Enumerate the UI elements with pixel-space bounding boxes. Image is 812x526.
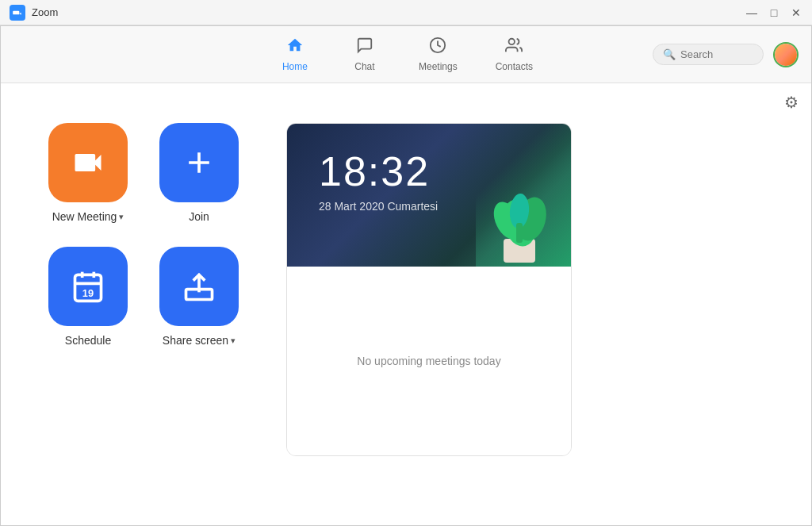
clock-panel: 18:32 28 Mart 2020 Cumartesi No upcoming… <box>286 123 572 456</box>
titlebar-left: Zoom <box>10 5 58 21</box>
navbar-nav: Home Chat Meetings Cont <box>263 30 549 79</box>
share-screen-label: Share screen ▾ <box>163 334 236 347</box>
schedule-button[interactable]: 19 <box>48 247 128 326</box>
share-screen-dropdown-arrow: ▾ <box>231 336 236 346</box>
search-bar[interactable]: 🔍 <box>653 44 764 65</box>
avatar[interactable] <box>773 42 799 67</box>
new-meeting-button[interactable] <box>48 123 128 202</box>
share-screen-item: Share screen ▾ <box>159 247 239 347</box>
main-content: ⚙ New Meeting ▾ <box>1 83 811 525</box>
maximize-button[interactable]: □ <box>768 6 780 19</box>
zoom-logo <box>10 5 25 21</box>
settings-button[interactable]: ⚙ <box>784 93 799 112</box>
nav-item-meetings[interactable]: Meetings <box>403 30 473 79</box>
app-window: Home Chat Meetings Cont <box>0 25 812 526</box>
svg-rect-14 <box>516 223 523 243</box>
clock-icon <box>429 36 446 58</box>
app-title: Zoom <box>32 6 58 18</box>
chat-icon <box>356 36 373 58</box>
join-label: Join <box>189 210 209 223</box>
close-button[interactable]: ✕ <box>790 6 802 19</box>
svg-point-1 <box>509 39 515 44</box>
nav-item-home[interactable]: Home <box>263 30 327 79</box>
nav-label-contacts: Contacts <box>496 61 533 72</box>
nav-item-chat[interactable]: Chat <box>333 30 396 79</box>
nav-label-chat: Chat <box>354 61 374 72</box>
calendar-icon: 19 <box>71 269 105 304</box>
share-screen-icon <box>182 269 216 304</box>
new-meeting-label: New Meeting ▾ <box>52 210 124 223</box>
schedule-item: 19 Schedule <box>48 247 128 347</box>
join-item: Join <box>159 123 239 223</box>
share-screen-button[interactable] <box>159 247 239 326</box>
search-input[interactable] <box>680 48 760 60</box>
join-button[interactable] <box>159 123 239 202</box>
avatar-image <box>775 44 797 66</box>
new-meeting-dropdown-arrow: ▾ <box>119 212 124 222</box>
titlebar-controls: — □ ✕ <box>745 6 802 19</box>
video-camera-icon <box>71 145 105 180</box>
minimize-button[interactable]: — <box>745 6 758 19</box>
home-icon <box>286 36 304 58</box>
clock-time: 18:32 <box>319 148 539 195</box>
search-icon: 🔍 <box>663 48 676 60</box>
svg-text:19: 19 <box>82 287 94 299</box>
navbar-right: 🔍 <box>640 42 799 67</box>
schedule-label: Schedule <box>65 334 111 347</box>
clock-body: No upcoming meetings today <box>287 267 571 455</box>
action-grid: New Meeting ▾ Join <box>48 123 239 347</box>
nav-label-home: Home <box>282 61 308 72</box>
clock-header: 18:32 28 Mart 2020 Cumartesi <box>287 124 571 267</box>
navbar: Home Chat Meetings Cont <box>1 26 811 83</box>
contacts-icon <box>505 36 523 58</box>
zoom-logo-icon <box>12 7 23 18</box>
nav-label-meetings: Meetings <box>419 61 458 72</box>
clock-date: 28 Mart 2020 Cumartesi <box>319 200 539 213</box>
plus-icon <box>182 145 216 180</box>
nav-item-contacts[interactable]: Contacts <box>480 30 549 79</box>
titlebar: Zoom — □ ✕ <box>0 0 812 25</box>
no-meetings-text: No upcoming meetings today <box>357 355 500 367</box>
new-meeting-item: New Meeting ▾ <box>48 123 128 223</box>
